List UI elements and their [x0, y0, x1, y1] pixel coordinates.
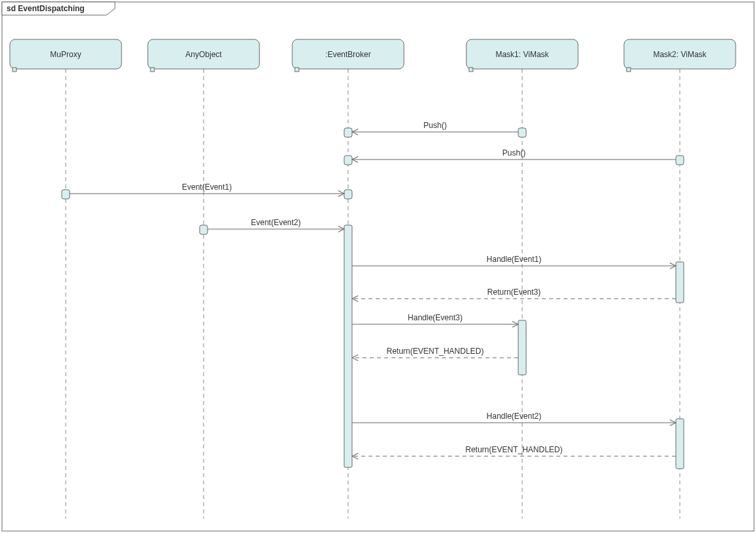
message-label-9: Return(EVENT_HANDLED) — [465, 445, 562, 454]
lifeline-label-m2: Mask2: ViMask — [653, 50, 707, 59]
lifeline-head-any: AnyObject — [148, 39, 259, 72]
exec-spec-mu-0 — [62, 190, 70, 199]
message-label-8: Handle(Event2) — [487, 412, 541, 421]
exec-spec-eb-2 — [344, 128, 352, 137]
message-label-5: Return(Event3) — [487, 288, 541, 297]
message-label-1: Push() — [502, 148, 525, 158]
message-label-4: Handle(Event1) — [487, 255, 541, 264]
exec-spec-m1-8 — [518, 320, 526, 375]
message-label-3: Event(Event2) — [251, 218, 301, 227]
lifeline-label-eb: :EventBroker — [325, 50, 370, 59]
message-label-2: Event(Event1) — [182, 182, 232, 192]
lifeline-label-mu: MuProxy — [50, 50, 81, 59]
exec-spec-eb-6 — [344, 190, 352, 199]
svg-rect-9 — [627, 68, 631, 72]
exec-spec-m2-10 — [676, 419, 684, 469]
svg-rect-5 — [295, 68, 299, 72]
message-label-0: Push() — [424, 121, 447, 130]
message-label-6: Handle(Event3) — [408, 313, 462, 322]
lifeline-label-any: AnyObject — [185, 50, 222, 59]
message-label-7: Return(EVENT_HANDLED) — [386, 347, 483, 356]
exec-spec-m1-3 — [518, 128, 526, 137]
exec-spec-eb-4 — [344, 156, 352, 165]
lifeline-label-m1: Mask1: ViMask — [495, 50, 549, 59]
exec-spec-m2-5 — [676, 156, 684, 165]
frame-outline — [2, 2, 754, 531]
lifeline-head-m1: Mask1: ViMask — [466, 39, 578, 72]
svg-rect-7 — [469, 68, 473, 72]
lifeline-head-mu: MuProxy — [10, 39, 122, 72]
svg-rect-1 — [12, 68, 16, 72]
svg-rect-3 — [150, 68, 154, 72]
lifeline-head-eb: :EventBroker — [292, 39, 404, 72]
exec-spec-eb-7 — [344, 225, 352, 467]
lifeline-head-m2: Mask2: ViMask — [624, 39, 736, 72]
exec-spec-any-1 — [200, 225, 208, 234]
frame-title: sd EventDispatching — [7, 4, 85, 13]
exec-spec-m2-9 — [676, 262, 684, 303]
sequence-diagram: sd EventDispatching MuProxyAnyObject:Eve… — [0, 0, 756, 533]
